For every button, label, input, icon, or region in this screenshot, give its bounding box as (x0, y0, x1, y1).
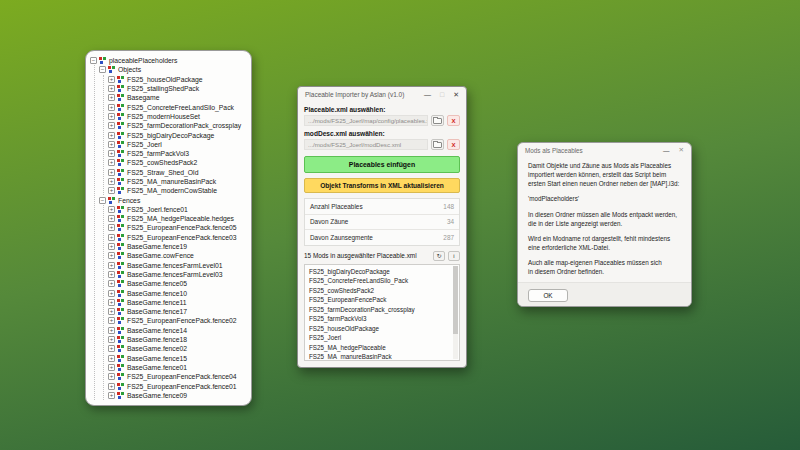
update-transforms-button[interactable]: Objekt Transforms in XML aktualisieren (304, 178, 460, 193)
maximize-icon[interactable]: □ (440, 87, 444, 102)
expand-toggle-icon[interactable]: + (108, 76, 115, 83)
importer-titlebar[interactable]: Placeable Importer by Aslan (v1.0) — □ ✕ (298, 87, 466, 102)
tree-node[interactable]: +FS25_ConcreteFreeLandSilo_Pack (108, 102, 248, 111)
expand-toggle-icon[interactable]: + (108, 280, 115, 287)
ok-button[interactable]: OK (528, 289, 568, 302)
mod-list-item[interactable]: FS25_houseOldPackage (309, 324, 451, 334)
expand-toggle-icon[interactable]: + (108, 150, 115, 157)
expand-toggle-icon[interactable]: + (108, 373, 115, 380)
expand-toggle-icon[interactable]: + (108, 159, 115, 166)
expand-toggle-icon[interactable]: + (108, 336, 115, 343)
tree-node[interactable]: +BaseGame.fencesFarmLevel03 (108, 270, 248, 279)
expand-toggle-icon[interactable]: + (108, 132, 115, 139)
expand-toggle-icon[interactable]: + (108, 224, 115, 231)
info-icon[interactable]: i (448, 251, 460, 261)
insert-placeables-button[interactable]: Placeables einfügen (304, 156, 460, 173)
tree-node[interactable]: +FS25_MA_hedgePlaceable.hedges (108, 214, 248, 223)
tree-node[interactable]: +FS25_EuropeanFencePack.fence02 (108, 316, 248, 325)
refresh-icon[interactable]: ↻ (433, 251, 445, 261)
expand-toggle-icon[interactable]: + (108, 392, 115, 399)
tree-node[interactable]: +BaseGame.fence05 (108, 279, 248, 288)
tree-node[interactable]: +BaseGame.fence02 (108, 344, 248, 353)
expand-toggle-icon[interactable]: + (108, 355, 115, 362)
expand-toggle-icon[interactable]: + (108, 317, 115, 324)
expand-toggle-icon[interactable]: + (108, 85, 115, 92)
expand-toggle-icon[interactable]: + (108, 141, 115, 148)
mod-list-item[interactable]: FS25_MA_manureBasinPack (309, 352, 451, 361)
tree-node[interactable]: +FS25_EuropeanFencePack.fence01 (108, 381, 248, 390)
tree-node[interactable]: +FS25_cowShedsPack2 (108, 158, 248, 167)
tree-node[interactable]: +FS25_stallingShedPack (108, 84, 248, 93)
minimize-icon[interactable]: — (424, 87, 431, 102)
tree-node[interactable]: −Objects (99, 65, 248, 74)
tree-node[interactable]: +BaseGame.fence18 (108, 335, 248, 344)
mod-list-item[interactable]: FS25_Joerl (309, 333, 451, 343)
expand-toggle-icon[interactable]: + (108, 383, 115, 390)
expand-toggle-icon[interactable]: + (108, 178, 115, 185)
collapse-toggle-icon[interactable]: − (99, 197, 106, 204)
mod-list-item[interactable]: FS25_cowShedsPack2 (309, 286, 451, 296)
tree-node[interactable]: +BaseGame.fencesFarmLevel01 (108, 261, 248, 270)
tree-node[interactable]: +BaseGame.cowFence (108, 251, 248, 260)
tree-node[interactable]: −placeablePlaceholders (90, 56, 248, 65)
tree-node[interactable]: +FS25_bigDairyDecoPackage (108, 130, 248, 139)
expand-toggle-icon[interactable]: + (108, 215, 115, 222)
tree-node[interactable]: +BaseGame.fence10 (108, 288, 248, 297)
moddesc-clear-button[interactable]: X (447, 139, 460, 150)
expand-toggle-icon[interactable]: + (108, 234, 115, 241)
expand-toggle-icon[interactable]: + (108, 308, 115, 315)
tree-node[interactable]: +BaseGame.fence15 (108, 354, 248, 363)
expand-toggle-icon[interactable]: + (108, 206, 115, 213)
tree-node[interactable]: +FS25_MA_modernCowStable (108, 186, 248, 195)
tree-node[interactable]: +FS25_farmDecorationPack_crossplay (108, 121, 248, 130)
collapse-toggle-icon[interactable]: − (99, 66, 106, 73)
mod-list-item[interactable]: FS25_ConcreteFreeLandSilo_Pack (309, 276, 451, 286)
expand-toggle-icon[interactable]: + (108, 169, 115, 176)
mod-list-item[interactable]: FS25_bigDairyDecoPackage (309, 267, 451, 277)
expand-toggle-icon[interactable]: + (108, 104, 115, 111)
placeable-xml-path-input[interactable]: .../mods/FS25_Joerl/map/config/placeable… (304, 115, 428, 126)
expand-toggle-icon[interactable]: + (108, 271, 115, 278)
tree-node[interactable]: +FS25_modernHouseSet (108, 112, 248, 121)
moddesc-browse-button[interactable] (431, 139, 444, 150)
tree-node[interactable]: +Basegame (108, 93, 248, 102)
expand-toggle-icon[interactable]: + (108, 290, 115, 297)
mod-list-item[interactable]: FS25_EuropeanFencePack (309, 295, 451, 305)
expand-toggle-icon[interactable]: + (108, 252, 115, 259)
tree-node[interactable]: +FS25_EuropeanFencePack.fence05 (108, 223, 248, 232)
mod-list-item[interactable]: FS25_farmPackVol3 (309, 314, 451, 324)
tree-node[interactable]: +BaseGame.fence14 (108, 326, 248, 335)
tree-node[interactable]: +BaseGame.fence01 (108, 363, 248, 372)
close-icon[interactable]: ✕ (453, 87, 459, 102)
expand-toggle-icon[interactable]: + (108, 299, 115, 306)
tree-node[interactable]: +FS25_houseOldPackage (108, 75, 248, 84)
tree-node[interactable]: +FS25_Joerl (108, 140, 248, 149)
placeable-browse-button[interactable] (431, 115, 444, 126)
tree-node[interactable]: +BaseGame.fence09 (108, 391, 248, 400)
minimize-icon[interactable]: — (663, 147, 670, 154)
tree-node[interactable]: +FS25_EuropeanFencePack.fence03 (108, 233, 248, 242)
collapse-toggle-icon[interactable]: − (90, 57, 97, 64)
tree-node[interactable]: +FS25_farmPackVol3 (108, 149, 248, 158)
tree-node[interactable]: +BaseGame.fence17 (108, 307, 248, 316)
tree-node[interactable]: +BaseGame.fence11 (108, 298, 248, 307)
tree-node[interactable]: +FS25_EuropeanFencePack.fence04 (108, 372, 248, 381)
dialog-titlebar[interactable]: Mods als Placeables — ✕ (518, 143, 691, 157)
tree-node[interactable]: +BaseGame.fence19 (108, 242, 248, 251)
close-icon[interactable]: ✕ (679, 146, 684, 154)
expand-toggle-icon[interactable]: + (108, 113, 115, 120)
expand-toggle-icon[interactable]: + (108, 94, 115, 101)
mod-list-item[interactable]: FS25_farmDecorationPack_crossplay (309, 305, 451, 315)
expand-toggle-icon[interactable]: + (108, 345, 115, 352)
tree-node[interactable]: +FS25_Joerl.fence01 (108, 205, 248, 214)
expand-toggle-icon[interactable]: + (108, 327, 115, 334)
tree-node[interactable]: +FS25_MA_manureBasinPack (108, 177, 248, 186)
expand-toggle-icon[interactable]: + (108, 187, 115, 194)
tree-node[interactable]: +FS25_Straw_Shed_Old (108, 168, 248, 177)
placeable-clear-button[interactable]: X (447, 115, 460, 126)
expand-toggle-icon[interactable]: + (108, 122, 115, 129)
scrollbar[interactable] (453, 266, 458, 359)
moddesc-xml-path-input[interactable]: .../mods/FS25_Joerl/modDesc.xml (304, 139, 428, 150)
mod-list[interactable]: FS25_bigDairyDecoPackageFS25_ConcreteFre… (304, 264, 460, 361)
scrollbar-thumb[interactable] (453, 266, 458, 334)
